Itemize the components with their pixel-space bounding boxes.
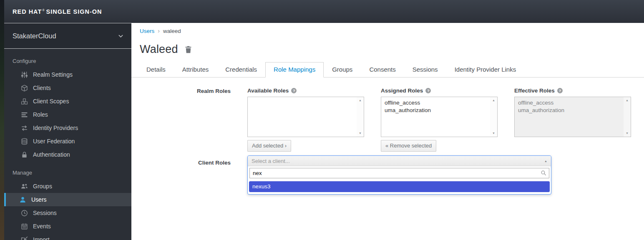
assigned-roles-listbox[interactable]: offline_access uma_authorization ▲ ▼ — [381, 97, 498, 137]
sidebar-item-label: Sessions — [33, 210, 57, 216]
top-bar: RED HAT®SINGLE SIGN-ON — [4, 0, 644, 23]
import-icon — [21, 236, 28, 240]
available-roles-listbox[interactable]: ▲ ▼ — [247, 97, 364, 137]
scroll-up-icon: ▲ — [626, 99, 629, 102]
sidebar-item-label: Clients — [33, 85, 51, 91]
cube-icon — [21, 85, 28, 92]
brand-primary: RED HAT — [13, 8, 42, 15]
tab-identity-provider-links[interactable]: Identity Provider Links — [446, 62, 525, 78]
scroll-down-icon[interactable]: ▼ — [492, 132, 495, 135]
realm-roles-label: Realm Roles — [140, 88, 231, 152]
breadcrumb-users-link[interactable]: Users — [140, 28, 154, 34]
sidebar-item-authentication[interactable]: Authentication — [4, 148, 131, 161]
caret-up-icon: ▲ — [544, 160, 547, 162]
sidebar-item-label: Client Scopes — [33, 98, 69, 105]
user-icon — [19, 196, 26, 203]
database-icon — [21, 138, 28, 145]
scroll-down-icon[interactable]: ▼ — [359, 132, 362, 135]
sliders-icon — [21, 71, 28, 78]
sidebar-item-label: Realm Settings — [33, 71, 73, 78]
client-option-nexus3[interactable]: nexus3 — [249, 181, 550, 192]
help-icon[interactable]: ? — [291, 88, 297, 93]
delete-user-trash-icon[interactable] — [184, 45, 192, 54]
sidebar-item-events[interactable]: Events — [4, 220, 131, 233]
sidebar-item-client-scopes[interactable]: Client Scopes — [4, 95, 131, 108]
main-content: Users › waleed Waleed Details Attributes… — [131, 23, 644, 240]
role-option-offline-access[interactable]: offline_access — [381, 99, 488, 107]
sidebar-item-groups[interactable]: Groups — [4, 180, 131, 193]
sidebar-item-label: Authentication — [33, 151, 70, 158]
sidebar-item-import[interactable]: Import — [4, 233, 131, 240]
scroll-down-icon: ▼ — [626, 132, 629, 135]
breadcrumb-separator-icon: › — [158, 28, 160, 34]
sidebar-item-label: Import — [33, 236, 50, 240]
assigned-roles-column: Assigned Roles ? offline_access uma_auth… — [381, 88, 498, 152]
realm-roles-columns: Available Roles ? ▲ ▼ Add selected › Ass… — [247, 88, 631, 152]
role-option-uma-authorization: uma_authorization — [515, 107, 621, 114]
sidebar-item-users[interactable]: Users — [4, 193, 131, 206]
client-select-results: nexus3 — [248, 180, 551, 194]
title-row: Waleed — [140, 43, 644, 56]
list-bars-icon — [21, 111, 28, 118]
role-option-uma-authorization[interactable]: uma_authorization — [381, 107, 488, 114]
effective-roles-listbox: offline_access uma_authorization ▲ ▼ — [514, 97, 631, 137]
sidebar-item-label: Events — [33, 223, 51, 230]
tab-details[interactable]: Details — [138, 62, 174, 78]
tab-consents[interactable]: Consents — [361, 62, 404, 78]
nav-section-manage: Manage — [4, 166, 131, 180]
realm-name: StakaterCloud — [13, 32, 56, 40]
sidebar-item-label: Roles — [33, 111, 48, 118]
breadcrumb-current: waleed — [163, 28, 181, 34]
tab-sessions[interactable]: Sessions — [404, 62, 446, 78]
brand-secondary: SINGLE SIGN-ON — [46, 8, 102, 15]
nav-section-configure: Configure — [4, 55, 131, 68]
client-select-placeholder: Select a client... — [252, 158, 290, 164]
sidebar-item-realm-settings[interactable]: Realm Settings — [4, 68, 131, 81]
page-title: Waleed — [140, 43, 178, 56]
effective-roles-column: Effective Roles ? offline_access uma_aut… — [514, 88, 631, 152]
tab-credentials[interactable]: Credentials — [217, 62, 265, 78]
sidebar-item-clients[interactable]: Clients — [4, 81, 131, 95]
exchange-arrows-icon — [21, 125, 28, 132]
listbox-scrollbar[interactable]: ▲ ▼ — [490, 97, 497, 137]
sidebar-item-identity-providers[interactable]: Identity Providers — [4, 121, 131, 135]
role-mappings-form: Realm Roles Available Roles ? ▲ ▼ Add se… — [140, 88, 644, 195]
scroll-up-icon[interactable]: ▲ — [359, 99, 362, 102]
realm-selector[interactable]: StakaterCloud — [4, 23, 131, 49]
cubes-icon — [21, 98, 28, 105]
client-search-input[interactable] — [249, 168, 549, 178]
sidebar: StakaterCloud Configure Realm Settings C… — [4, 23, 131, 240]
sidebar-item-label: Users — [31, 196, 47, 203]
remove-selected-button[interactable]: « Remove selected — [381, 140, 436, 152]
registered-mark: ® — [42, 9, 45, 12]
assigned-roles-header-text: Assigned Roles — [381, 88, 423, 94]
help-icon[interactable]: ? — [425, 88, 431, 93]
lock-icon — [21, 151, 28, 158]
sidebar-item-label: Groups — [33, 183, 52, 190]
tab-groups[interactable]: Groups — [324, 62, 361, 78]
scroll-up-icon[interactable]: ▲ — [492, 99, 495, 102]
help-icon[interactable]: ? — [557, 88, 563, 93]
client-select-chosen[interactable]: Select a client... ▲ — [248, 156, 551, 166]
sidebar-item-roles[interactable]: Roles — [4, 108, 131, 121]
sidebar-item-user-federation[interactable]: User Federation — [4, 135, 131, 148]
listbox-scrollbar[interactable]: ▲ ▼ — [357, 97, 364, 137]
assigned-roles-header: Assigned Roles ? — [381, 88, 498, 94]
background-image-strip — [0, 0, 4, 240]
clock-icon — [21, 210, 28, 217]
role-option-offline-access: offline_access — [515, 99, 621, 107]
users-group-icon — [21, 183, 28, 190]
sidebar-item-sessions[interactable]: Sessions — [4, 206, 131, 220]
effective-roles-header-text: Effective Roles — [514, 88, 555, 94]
add-selected-button[interactable]: Add selected › — [247, 140, 291, 152]
client-roles-row: Client Roles Select a client... ▲ nexus3 — [140, 155, 644, 195]
tab-role-mappings[interactable]: Role Mappings — [265, 62, 324, 78]
sidebar-nav: Configure Realm Settings Clients Client … — [4, 49, 131, 240]
chevron-down-icon — [118, 33, 124, 39]
client-select-search — [248, 166, 551, 180]
realm-roles-row: Realm Roles Available Roles ? ▲ ▼ Add se… — [140, 88, 644, 152]
available-roles-header: Available Roles ? — [247, 88, 364, 94]
tab-attributes[interactable]: Attributes — [174, 62, 217, 78]
sidebar-item-label: Identity Providers — [33, 125, 78, 131]
brand-logo: RED HAT®SINGLE SIGN-ON — [13, 8, 102, 15]
